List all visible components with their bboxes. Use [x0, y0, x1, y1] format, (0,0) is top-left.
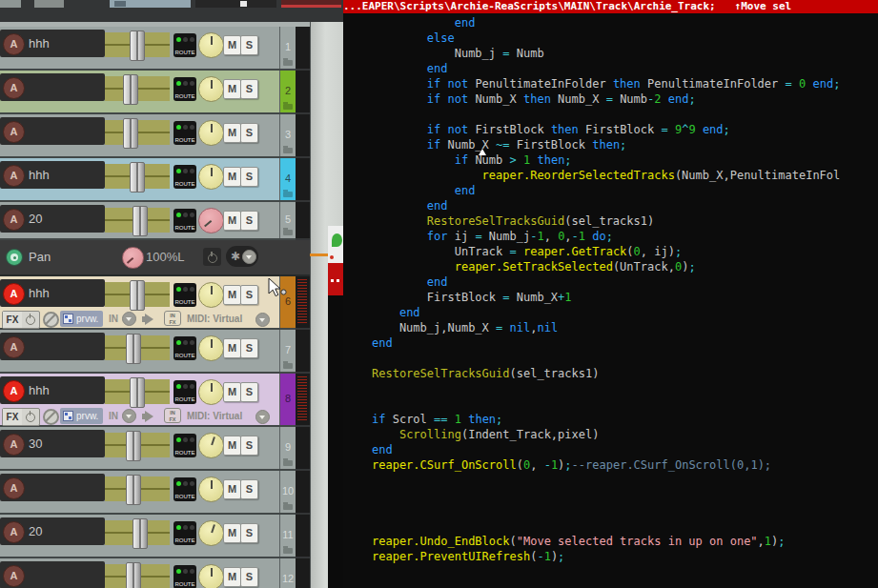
record-arm-badge[interactable]: A — [3, 336, 25, 358]
solo-button[interactable]: S — [240, 567, 258, 587]
toolbar-fragment[interactable] — [34, 0, 64, 8]
input-fx-badge[interactable]: INFX — [164, 408, 181, 423]
pan-knob[interactable] — [198, 32, 224, 58]
fader-handle[interactable] — [130, 377, 145, 408]
mute-button[interactable]: M — [223, 167, 241, 187]
chevron-down-icon[interactable] — [122, 409, 136, 423]
track-row-6[interactable]: hhhAROUTEMS6FXprvw.ININFXMIDI: Virtual — [0, 276, 296, 330]
pan-knob[interactable] — [198, 520, 224, 546]
envelope-options-pill[interactable]: ✱ — [226, 246, 258, 267]
toolbar-fragment[interactable] — [281, 0, 341, 8]
volume-fader[interactable] — [105, 520, 170, 545]
track-row-10[interactable]: AROUTEMS10 — [0, 471, 296, 515]
track-row-11[interactable]: 20AROUTEMS11 — [0, 515, 296, 558]
volume-fader[interactable] — [105, 32, 170, 57]
mute-button[interactable]: M — [223, 382, 241, 402]
record-arm-badge[interactable]: A — [3, 434, 25, 456]
mute-button[interactable]: M — [223, 567, 241, 587]
volume-fader[interactable] — [105, 564, 170, 588]
record-arm-badge[interactable]: A — [3, 380, 25, 402]
chevron-down-icon[interactable] — [242, 250, 256, 264]
route-button[interactable]: ROUTE — [174, 121, 196, 145]
track-number[interactable]: 12 — [279, 558, 296, 588]
fader-handle[interactable] — [123, 74, 138, 105]
volume-fader[interactable] — [105, 164, 170, 189]
track-number[interactable]: 10 — [279, 471, 296, 513]
input-selector[interactable]: IN — [107, 408, 141, 424]
record-arm-badge[interactable]: A — [3, 165, 25, 187]
mute-button[interactable]: M — [223, 436, 241, 456]
solo-button[interactable]: S — [240, 35, 258, 55]
solo-button[interactable]: S — [240, 479, 258, 499]
track-row-2[interactable]: AROUTEMS2 — [0, 71, 296, 114]
track-row-8[interactable]: hhhAROUTEMS8FXprvw.ININFXMIDI: Virtual — [0, 374, 296, 427]
route-button[interactable]: ROUTE — [174, 565, 196, 588]
route-button[interactable]: ROUTE — [174, 209, 196, 233]
record-arm-badge[interactable]: A — [3, 565, 25, 587]
record-arm-badge[interactable]: A — [3, 521, 25, 543]
fader-handle[interactable] — [130, 30, 145, 61]
solo-button[interactable]: S — [240, 338, 258, 358]
fx-button[interactable]: FX — [2, 408, 40, 426]
mute-button[interactable]: M — [223, 35, 241, 55]
monitor-speaker-icon[interactable] — [145, 314, 153, 325]
chevron-down-icon[interactable] — [122, 312, 136, 326]
track-number[interactable]: 11 — [279, 515, 296, 557]
track-number[interactable]: 8 — [279, 374, 296, 425]
route-button[interactable]: ROUTE — [174, 165, 196, 189]
record-arm-badge[interactable]: A — [3, 283, 25, 305]
pan-value-knob[interactable] — [122, 247, 144, 269]
mute-button[interactable]: M — [223, 123, 241, 143]
preview-button[interactable]: prvw. — [60, 408, 103, 424]
volume-fader[interactable] — [105, 335, 170, 360]
toolbar-fragment[interactable] — [0, 0, 21, 8]
route-button[interactable]: ROUTE — [174, 283, 196, 307]
fader-handle[interactable] — [130, 280, 145, 311]
fader-handle[interactable] — [130, 162, 145, 193]
chevron-down-icon[interactable] — [255, 313, 270, 327]
chevron-down-icon[interactable] — [255, 410, 270, 424]
solo-button[interactable]: S — [240, 123, 258, 143]
fx-power-icon[interactable] — [26, 413, 35, 422]
fader-handle[interactable] — [133, 518, 148, 549]
bypass-icon[interactable] — [43, 312, 59, 328]
route-button[interactable]: ROUTE — [174, 33, 196, 57]
track-row-4[interactable]: hhhAROUTEMS4 — [0, 158, 296, 202]
volume-fader[interactable] — [105, 208, 170, 233]
track-row-7[interactable]: AROUTEMS7 — [0, 330, 296, 374]
fader-handle[interactable] — [126, 431, 141, 461]
track-number[interactable]: 4 — [279, 158, 296, 200]
editor-title-bar[interactable]: ...EAPER\Scripts\Archie-ReaScripts\MAIN\… — [343, 0, 878, 13]
volume-fader[interactable] — [105, 76, 170, 101]
track-row-9[interactable]: 30AROUTEMS9 — [0, 427, 296, 471]
pan-knob[interactable] — [198, 476, 224, 502]
pan-knob[interactable] — [198, 379, 224, 405]
fader-handle[interactable] — [126, 334, 141, 364]
record-arm-badge[interactable]: A — [3, 33, 25, 55]
fx-power-icon[interactable] — [26, 315, 35, 325]
gear-icon[interactable]: ✱ — [231, 249, 240, 264]
route-button[interactable]: ROUTE — [174, 380, 196, 404]
fader-handle[interactable] — [126, 475, 141, 505]
solo-button[interactable]: S — [240, 167, 258, 187]
track-number[interactable]: 7 — [279, 330, 296, 372]
mute-button[interactable]: M — [223, 79, 241, 99]
volume-fader[interactable] — [105, 120, 170, 145]
mute-button[interactable]: M — [223, 338, 241, 358]
volume-fader[interactable] — [105, 379, 170, 404]
record-arm-badge[interactable]: A — [3, 477, 25, 499]
fader-handle[interactable] — [133, 206, 148, 236]
record-arm-badge[interactable]: A — [3, 121, 25, 143]
pan-knob[interactable] — [198, 564, 224, 588]
toolbar-fragment[interactable] — [195, 0, 276, 8]
input-fx-badge[interactable]: INFX — [164, 311, 181, 326]
mute-button[interactable]: M — [223, 211, 241, 231]
mute-button[interactable]: M — [223, 479, 241, 499]
toolbar-fragment[interactable] — [110, 0, 191, 8]
track-row-12[interactable]: AROUTEMS12 — [0, 558, 296, 588]
code-area[interactable]: end else Numb_j = Numb end if not Penult… — [343, 13, 840, 588]
track-number[interactable]: 1 — [279, 27, 296, 69]
preview-button[interactable]: prvw. — [60, 311, 103, 327]
monitor-speaker-icon[interactable] — [145, 411, 153, 422]
track-number[interactable]: 2 — [279, 71, 296, 112]
